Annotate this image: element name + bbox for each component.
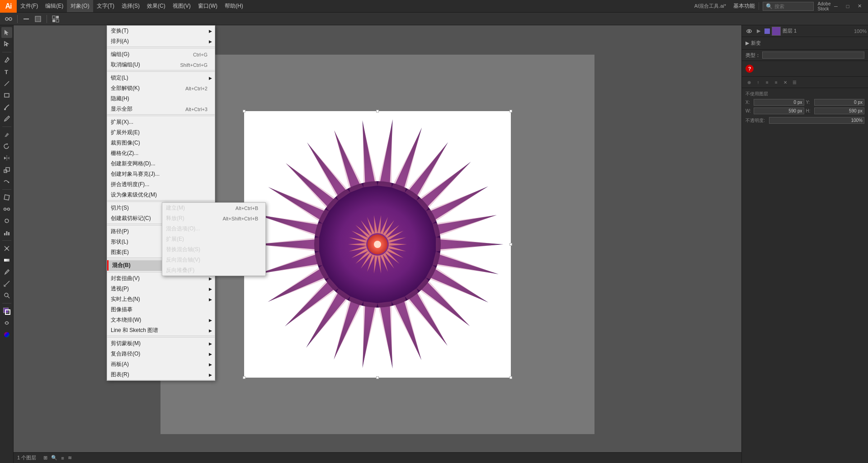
y-value[interactable]: 0 px — [814, 99, 865, 106]
menu-artboards[interactable]: 画板(A) — [107, 359, 215, 369]
reflect-tool[interactable] — [1, 153, 12, 164]
status-icon-1[interactable]: ⊞ — [43, 455, 47, 461]
eraser-tool[interactable] — [1, 129, 12, 140]
menu-create-gradient-mesh[interactable]: 创建新变网格(D)... — [107, 159, 215, 169]
rotate-tool[interactable] — [1, 141, 12, 152]
help-icon[interactable]: ? — [745, 65, 754, 73]
panel-icon-2[interactable]: ↑ — [755, 79, 762, 86]
status-icon-2[interactable]: 🔍 — [51, 455, 57, 461]
menu-create-object-mosaic[interactable]: 创建对象马赛克(J)... — [107, 169, 215, 179]
menu-compound-path[interactable]: 复合路径(O) — [107, 349, 215, 359]
blend-options[interactable]: 混合选项(O)... — [162, 224, 265, 234]
direct-selection-tool[interactable] — [1, 39, 12, 50]
menu-line-sketch[interactable]: Line 和 Sketch 图谱 — [107, 325, 215, 336]
minimize-button[interactable]: ─ — [831, 1, 841, 11]
menu-crop-image[interactable]: 裁剪图像(C) — [107, 138, 215, 148]
handle-top-right[interactable] — [509, 110, 512, 112]
fill-icon[interactable] — [33, 14, 43, 24]
menu-transform[interactable]: 变换(T) — [107, 26, 215, 36]
menu-text-wrap[interactable]: 文本绕排(W) — [107, 315, 215, 325]
color-mode[interactable] — [1, 329, 12, 340]
paintbrush-tool[interactable] — [1, 102, 12, 112]
menu-group[interactable]: 编组(G) Ctrl+G — [107, 49, 215, 60]
menu-edit[interactable]: 编辑(E) — [42, 0, 67, 12]
menu-view[interactable]: 视图(V) — [169, 0, 194, 12]
line-tool[interactable] — [1, 78, 12, 89]
menu-live-paint[interactable]: 实时上色(N) — [107, 294, 215, 304]
menu-file[interactable]: 文件(F) — [17, 0, 42, 12]
pen-tool[interactable] — [1, 55, 12, 65]
menu-hide[interactable]: 隐藏(H) — [107, 94, 215, 104]
type-tool[interactable]: T — [1, 66, 12, 77]
expand-icon[interactable]: ▶ — [745, 40, 749, 46]
scale-tool[interactable] — [1, 164, 12, 175]
blend-expand[interactable]: 扩展(E) — [162, 234, 265, 244]
class-dropdown[interactable] — [762, 51, 864, 59]
menu-ungroup[interactable]: 取消编组(U) Shift+Ctrl+G — [107, 60, 215, 70]
restore-button[interactable]: □ — [843, 1, 853, 11]
eyedropper-tool[interactable] — [1, 267, 12, 277]
swap-colors[interactable] — [1, 318, 12, 328]
adobe-stock-icon[interactable]: Adobe Stock — [819, 1, 829, 11]
mesh-tool[interactable] — [1, 243, 12, 254]
panel-icon-1[interactable]: ⊕ — [745, 79, 753, 86]
layer-visibility-toggle[interactable] — [745, 28, 753, 35]
layer-expand-icon[interactable]: ▶ — [755, 27, 763, 35]
handle-top-center[interactable] — [376, 110, 379, 112]
menu-select[interactable]: 选择(S) — [118, 0, 143, 12]
blend-tool-icon[interactable] — [4, 14, 14, 24]
menu-arrange[interactable]: 排列(A) — [107, 36, 215, 47]
gradient-tool[interactable] — [1, 255, 12, 266]
pencil-tool[interactable] — [1, 113, 12, 124]
blend-release[interactable]: 释放(R) Alt+Shift+Ctrl+B — [162, 213, 265, 224]
status-icon-3[interactable]: ≡ — [61, 455, 64, 461]
rect-tool[interactable] — [1, 90, 12, 101]
menu-image-trace[interactable]: 图像描摹 — [107, 304, 215, 315]
zoom-tool[interactable] — [1, 290, 12, 301]
menu-show-all[interactable]: 显示全部 Alt+Ctrl+3 — [107, 104, 215, 114]
blend-reverse-stack[interactable]: 反向堆叠(F) — [162, 265, 265, 276]
panel-icon-6[interactable]: ☰ — [791, 79, 798, 86]
menu-effect[interactable]: 效果(C) — [143, 0, 169, 12]
panel-icon-5[interactable]: ✕ — [782, 79, 789, 86]
measure-tool[interactable] — [1, 278, 12, 289]
menu-unlock-all[interactable]: 全部解锁(K) Alt+Ctrl+2 — [107, 83, 215, 94]
view-toggle-icon[interactable] — [51, 14, 61, 24]
menu-text[interactable]: 文字(T) — [93, 0, 118, 12]
handle-bottom-center[interactable] — [376, 376, 379, 379]
selection-tool[interactable] — [1, 27, 12, 38]
height-value[interactable]: 590 px — [814, 108, 865, 114]
panel-icon-3[interactable]: ≡ — [764, 79, 771, 86]
panel-icon-4[interactable]: ≡ — [773, 79, 780, 86]
menu-window[interactable]: 窗口(W) — [194, 0, 221, 12]
handle-bottom-left[interactable] — [243, 376, 245, 379]
blend-tool[interactable] — [1, 204, 12, 215]
menu-graph[interactable]: 图表(R) — [107, 369, 215, 380]
fill-color[interactable] — [1, 306, 12, 317]
menu-expand-appearance[interactable]: 扩展外观(E) — [107, 127, 215, 138]
handle-bottom-right[interactable] — [509, 376, 512, 379]
close-button[interactable]: ✕ — [854, 1, 864, 11]
workspace-selector[interactable]: 基本功能 — [730, 2, 759, 10]
free-transform-tool[interactable] — [1, 192, 12, 203]
menu-help[interactable]: 帮助(H) — [221, 0, 247, 12]
handle-middle-right[interactable] — [509, 243, 512, 246]
search-input[interactable] — [774, 4, 811, 9]
warp-tool[interactable] — [1, 176, 12, 187]
blend-reverse-spine[interactable]: 反向混合轴(V) — [162, 255, 265, 265]
symbol-sprayer-tool[interactable] — [1, 215, 12, 226]
stroke-icon[interactable] — [21, 14, 31, 24]
menu-expand[interactable]: 扩展(X)... — [107, 117, 215, 127]
menu-clipping-mask[interactable]: 剪切蒙板(M) — [107, 338, 215, 349]
handle-top-left[interactable] — [243, 110, 245, 112]
menu-pixel-optimize[interactable]: 设为像素级优化(M) — [107, 190, 215, 200]
status-icon-4[interactable]: ≋ — [68, 455, 72, 461]
opacity-value[interactable]: 100% — [769, 117, 864, 124]
column-graph-tool[interactable] — [1, 227, 12, 238]
menu-rasterize[interactable]: 栅格化(Z)... — [107, 148, 215, 159]
blend-replace-spine[interactable]: 替换混合轴(S) — [162, 244, 265, 255]
width-value[interactable]: 590 px — [754, 108, 804, 114]
menu-object[interactable]: 对象(O) — [67, 0, 93, 12]
x-value[interactable]: 0 px — [754, 99, 804, 106]
menu-perspective[interactable]: 透视(P) — [107, 284, 215, 294]
